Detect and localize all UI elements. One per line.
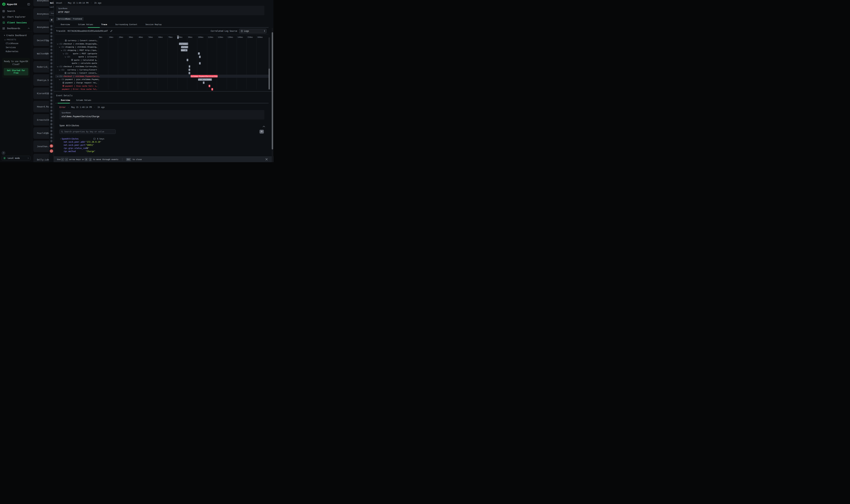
- trace-span-row[interactable]: (1)shipping | oteldemo.Shipping…: [54, 46, 97, 49]
- location-pin-button[interactable]: [50, 55, 53, 58]
- session-card[interactable]: Ernesto33@…: [33, 114, 49, 126]
- location-pin-button[interactable]: [50, 126, 53, 129]
- location-pin-button[interactable]: [50, 103, 53, 105]
- settings-button[interactable]: [259, 130, 264, 133]
- session-card[interactable]: Deion37@gm…: [33, 35, 49, 46]
- console-event-button[interactable]: [50, 149, 53, 153]
- session-card[interactable]: Pearl43@ho…: [33, 127, 49, 139]
- location-pin-button[interactable]: [50, 106, 53, 109]
- tab-column-values[interactable]: Column Values: [76, 99, 91, 101]
- location-pin-button[interactable]: [50, 123, 53, 126]
- trace-span-row[interactable]: (3)payment | grpc.oteldemo.Paymen…: [54, 78, 97, 81]
- trace-span-row[interactable]: (1)currency | Currency/Convert: [54, 68, 97, 71]
- tab-session-replay[interactable]: Session Replay: [145, 23, 162, 25]
- brush-handle[interactable]: [177, 36, 179, 36]
- location-pin-button[interactable]: [50, 109, 53, 112]
- edit-icon[interactable]: [110, 30, 112, 32]
- trace-span-row[interactable]: (1)quote | POST /getquote: [54, 52, 97, 55]
- location-pin-button[interactable]: [50, 69, 53, 72]
- tab-trace[interactable]: Trace: [101, 23, 107, 25]
- location-pin-button[interactable]: [50, 72, 53, 75]
- tab-overview[interactable]: Overview: [61, 99, 70, 101]
- trace-span-row[interactable]: quote | calculate-quote: [54, 61, 97, 65]
- span-duration-bar[interactable]: C: [188, 69, 190, 71]
- span-duration-bar[interactable]: oteldemo.: [179, 42, 188, 45]
- location-pin-button[interactable]: [50, 32, 53, 34]
- session-card[interactable]: Dolly.Lubo…: [33, 154, 49, 162]
- location-pin-button[interactable]: [50, 28, 53, 31]
- location-pin-button[interactable]: [50, 66, 53, 68]
- service-name-chip[interactable]: ServiceName: frontend: [56, 17, 84, 21]
- span-duration-bar[interactable]: C: [186, 59, 188, 61]
- tab-surrounding-context[interactable]: Surrounding Context: [115, 23, 137, 25]
- span-duration-bar[interactable]: grpc.oteldemo.: [198, 78, 212, 81]
- underlay-search-input[interactable]: Sea: [50, 11, 54, 16]
- tab-overview[interactable]: Overview: [61, 23, 70, 25]
- location-pin-button[interactable]: [50, 62, 53, 65]
- attributes-root-row[interactable]: ▾ SpanAttributes {} 6 keys: [60, 137, 273, 140]
- trace-span-row[interactable]: (1)shipping | POST http://quo…: [54, 49, 97, 52]
- trace-span-row[interactable]: (1)checkout | oteldemo.CurrencySe…: [54, 65, 97, 68]
- location-pin-button[interactable]: [50, 96, 53, 98]
- location-pin-button[interactable]: [50, 59, 53, 61]
- get-started-button[interactable]: Get Started for Free: [4, 68, 28, 75]
- span-duration-bar[interactable]: P: [198, 52, 200, 55]
- span-duration-bar[interactable]: otelder: [181, 46, 188, 48]
- session-card[interactable]: Shaniya.Sc…: [33, 74, 49, 86]
- panel-scrollbar-thumb[interactable]: [272, 32, 273, 149]
- attribute-key[interactable]: rpc.method: [64, 150, 86, 152]
- trace-span-row[interactable]: currency | Convert convers…: [54, 71, 97, 75]
- location-pin-button[interactable]: [50, 130, 53, 132]
- trace-span-row[interactable]: payment | Visa cache full: c…: [54, 84, 97, 88]
- trace-span-row[interactable]: (2)quote | {closure}: [54, 55, 97, 58]
- session-card[interactable]: Walton9@ho…: [33, 48, 49, 59]
- close-icon[interactable]: [265, 158, 268, 161]
- navigation-event-button[interactable]: [50, 144, 53, 148]
- session-card[interactable]: Howard.Run…: [33, 101, 49, 112]
- trace-span-row[interactable]: (1)checkout | oteldemo.ShippingSe…: [54, 42, 97, 46]
- location-pin-button[interactable]: [50, 45, 53, 48]
- span-duration-bar[interactable]: (: [177, 36, 179, 39]
- tab-column-values[interactable]: Column Values: [78, 23, 93, 25]
- trace-span-row[interactable]: payment | Error: Visa cache ful…: [54, 88, 97, 91]
- span-duration-bar[interactable]: C: [203, 82, 204, 84]
- span-duration-bar[interactable]: c: [199, 62, 201, 65]
- location-pin-button[interactable]: [50, 42, 53, 44]
- attribute-key[interactable]: net.sock.peer.addr: [64, 141, 86, 143]
- span-duration-bar[interactable]: E: [211, 88, 213, 91]
- trace-span-row[interactable]: payment | Charge request rec…: [54, 81, 97, 85]
- sidebar-item-client-sessions[interactable]: Client Sessions: [0, 20, 32, 25]
- location-pin-button[interactable]: [50, 79, 53, 82]
- location-pin-button[interactable]: [50, 52, 53, 55]
- session-card[interactable]: Anonymous: [33, 21, 49, 33]
- collapse-section-icon[interactable]: [263, 125, 265, 128]
- session-card[interactable]: Roderick_S…: [33, 61, 49, 73]
- location-pin-button[interactable]: [50, 25, 53, 28]
- session-card[interactable]: Anonymous: [33, 8, 49, 20]
- location-pin-button[interactable]: [50, 82, 53, 85]
- sidebar-item-search[interactable]: Search: [0, 8, 32, 14]
- location-pin-button[interactable]: [50, 49, 53, 51]
- trace-span-row[interactable]: (1)checkout | oteldemo.PaymentServi…: [54, 75, 97, 78]
- span-duration-bar[interactable]: C: [188, 72, 190, 74]
- attribute-key[interactable]: net.sock.peer.port: [64, 144, 86, 146]
- location-pin-button[interactable]: [50, 137, 53, 139]
- waterfall-scrollbar-thumb[interactable]: [269, 69, 270, 89]
- sidebar-item-dashboards[interactable]: Dashboards: [0, 25, 32, 31]
- location-pin-button[interactable]: [50, 140, 53, 143]
- underlay-highlight-button[interactable]: H: [50, 18, 54, 22]
- log-source-select[interactable]: Logs ▲▼: [239, 29, 267, 33]
- location-pin-button[interactable]: [50, 133, 53, 136]
- session-card[interactable]: Kieran92@h…: [33, 88, 49, 99]
- create-dashboard-button[interactable]: + Create Dashboard: [0, 33, 32, 38]
- location-pin-button[interactable]: [50, 113, 53, 115]
- location-pin-button[interactable]: [50, 92, 53, 95]
- location-pin-button[interactable]: [50, 116, 53, 119]
- location-pin-button[interactable]: [50, 120, 53, 122]
- help-button[interactable]: ?: [2, 151, 5, 155]
- session-card[interactable]: Jonathan.B…: [33, 141, 49, 152]
- span-duration-bar[interactable]: {: [199, 56, 201, 58]
- span-duration-bar[interactable]: V: [209, 85, 210, 87]
- span-duration-bar[interactable]: POST h: [181, 49, 187, 51]
- preset-services[interactable]: Services: [0, 46, 32, 49]
